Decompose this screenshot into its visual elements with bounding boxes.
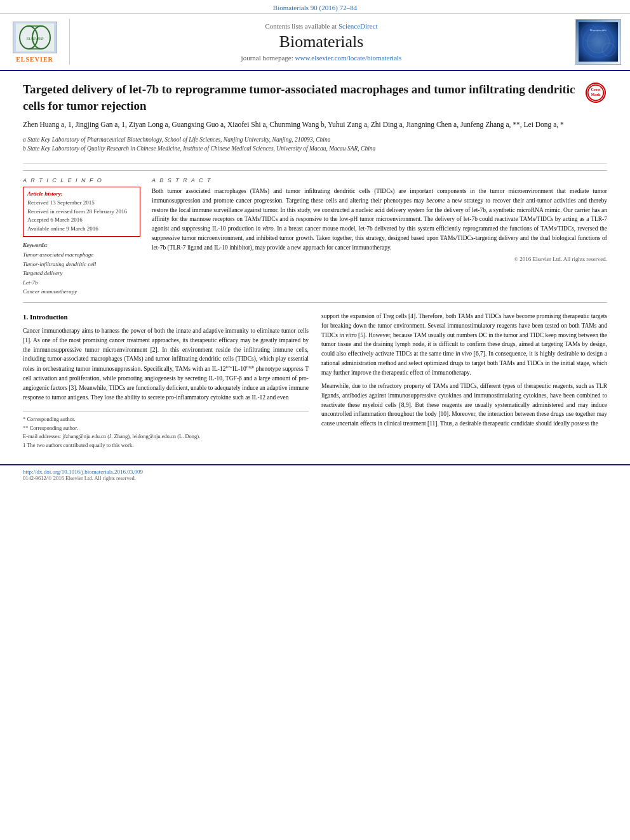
revised-label: Received in revised form 28 February 201… — [27, 208, 136, 217]
in-vitro-span: in vitro — [339, 332, 356, 338]
info-abstract-section: A R T I C L E I N F O Article history: R… — [23, 170, 607, 303]
affiliations: a State Key Laboratory of Pharmaceutical… — [23, 135, 577, 154]
rights-text: 0142-9612/© 2016 Elsevier Ltd. All right… — [23, 475, 607, 481]
intro-section-title: 1. Introduction — [23, 312, 309, 323]
article-title-section: Targeted delivery of let-7b to reprogram… — [23, 81, 607, 164]
authors-line: Zhen Huang a, 1, Jingjing Gan a, 1, Ziya… — [23, 119, 577, 131]
article-info: A R T I C L E I N F O Article history: R… — [23, 177, 140, 296]
header-center: Contents lists available at ScienceDirec… — [76, 19, 566, 65]
article-title-text: Targeted delivery of let-7b to reprogram… — [23, 81, 577, 159]
abstract-in-vitro: in vitro — [256, 225, 274, 232]
available-date: Available online 9 March 2016 — [27, 225, 136, 234]
article-history-block: Article history: Received 13 September 2… — [23, 187, 140, 237]
keyword-3: Targeted delivery — [23, 269, 140, 277]
abstract-section: A B S T R A C T Both tumor associated ma… — [152, 177, 607, 296]
keyword-2: Tumor-infiltrating dendritic cell — [23, 260, 140, 269]
in-vivo-span: in vivo — [455, 350, 472, 357]
journal-thumbnail: Biomaterials — [575, 19, 621, 65]
page: Biomaterials 90 (2016) 72–84 ELSEVIER EL… — [0, 0, 630, 840]
homepage-line: journal homepage: www.elsevier.com/locat… — [241, 54, 402, 62]
footnote-area: * Corresponding author. ** Corresponding… — [23, 411, 309, 450]
treatment-span2: treatment — [403, 420, 426, 427]
such-span: such — [232, 394, 243, 401]
crossmark: Cross Mark — [584, 81, 607, 104]
footnote-star2: ** Corresponding author. — [23, 424, 309, 433]
become-span: become — [516, 313, 535, 319]
abstract-text: Both tumor associated macrophages (TAMs)… — [152, 187, 607, 252]
journal-header: ELSEVIER ELSEVIER Contents lists availab… — [0, 14, 630, 71]
copyright-notice: © 2016 Elsevier Ltd. All rights reserved… — [152, 256, 607, 262]
intro-para2: support the expansion of Treg cells [4].… — [321, 312, 607, 377]
sciencedirect-link[interactable]: ScienceDirect — [338, 22, 378, 30]
keyword-4: Let-7b — [23, 278, 140, 287]
svg-text:Biomaterials: Biomaterials — [590, 29, 607, 32]
affiliation-b: b State Key Laboratory of Quality Resear… — [23, 144, 577, 153]
keywords-label: Keywords: — [23, 242, 140, 248]
intro-para1: Cancer immunotherapy aims to harness the… — [23, 326, 309, 402]
keyword-5: Cancer immunotherapy — [23, 287, 140, 296]
svg-text:ELSEVIER: ELSEVIER — [25, 37, 43, 41]
footnote-1: 1 The two authors contributed equally to… — [23, 441, 309, 450]
journal-title: Biomaterials — [279, 32, 364, 51]
column-right: support the expansion of Treg cells [4].… — [321, 312, 607, 450]
elsevier-logo: ELSEVIER ELSEVIER — [6, 19, 70, 65]
article-body: Targeted delivery of let-7b to reprogram… — [0, 71, 630, 460]
orchestrating-span: orchestrating — [43, 366, 74, 372]
header-right: Biomaterials — [573, 19, 624, 65]
keyword-1: Tumor-associated macrophage — [23, 250, 140, 259]
contents-line: Contents lists available at ScienceDirec… — [265, 22, 377, 30]
affiliation-a: a State Key Laboratory of Pharmaceutical… — [23, 135, 577, 144]
svg-text:Mark: Mark — [591, 93, 601, 97]
svg-text:Cross: Cross — [591, 88, 601, 91]
footnote-email: E-mail addresses: jfzhang@nju.edu.cn (J.… — [23, 432, 309, 441]
crossmark-icon: Cross Mark — [586, 83, 606, 103]
doi-link[interactable]: http://dx.doi.org/10.1016/j.biomaterials… — [23, 469, 607, 475]
received-date: Received 13 September 2015 — [27, 199, 136, 208]
intro-para3: Meanwhile, due to the refractory propert… — [321, 382, 607, 429]
abstract-head: A B S T R A C T — [152, 177, 607, 183]
abstract-become: become — [426, 197, 445, 204]
treatment-span: treatment — [127, 337, 150, 343]
article-title: Targeted delivery of let-7b to reprogram… — [23, 81, 577, 114]
article-info-head: A R T I C L E I N F O — [23, 177, 140, 183]
accepted-date: Accepted 6 March 2016 — [27, 216, 136, 225]
journal-reference: Biomaterials 90 (2016) 72–84 — [0, 0, 630, 14]
keywords-block: Keywords: Tumor-associated macrophage Tu… — [23, 242, 140, 296]
history-label: Article history: — [27, 190, 136, 197]
elsevier-brand: ELSEVIER — [16, 56, 53, 63]
logo-image: ELSEVIER — [13, 22, 57, 53]
homepage-link[interactable]: www.elsevier.com/locate/biomaterials — [295, 54, 402, 62]
doi-bar: http://dx.doi.org/10.1016/j.biomaterials… — [0, 464, 630, 483]
main-columns: 1. Introduction Cancer immunotherapy aim… — [23, 312, 607, 450]
column-left: 1. Introduction Cancer immunotherapy aim… — [23, 312, 309, 450]
footnote-star1: * Corresponding author. — [23, 415, 309, 424]
